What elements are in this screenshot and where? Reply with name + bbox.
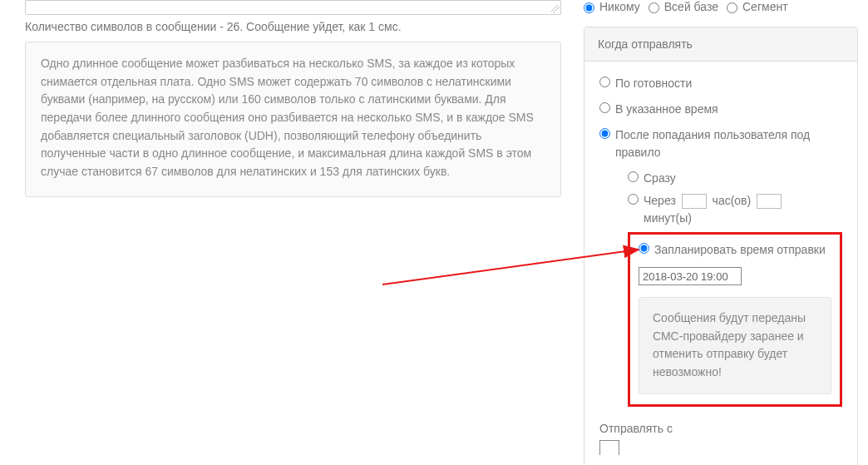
when-after-rule-radio[interactable] [599, 128, 610, 139]
when-after-rule[interactable]: После попадания пользователя под правило [599, 126, 842, 161]
schedule-warning: Сообщения будут переданы СМС-провайдеру … [639, 297, 831, 394]
sub-schedule-radio[interactable] [639, 243, 649, 254]
when-ready-label: По готовности [615, 75, 692, 92]
audience-segment[interactable]: Сегмент [727, 0, 788, 13]
sub-immediately-radio[interactable] [628, 171, 639, 182]
delay-minutes-input[interactable] [757, 194, 782, 209]
sub-immediately-label: Сразу [644, 170, 676, 187]
audience-none-radio[interactable] [584, 2, 594, 13]
when-panel-header: Когда отправлять [584, 27, 857, 62]
audience-segment-radio[interactable] [727, 2, 737, 13]
sub-schedule-label: Запланировать время отправки [654, 241, 826, 259]
when-ready-radio[interactable] [599, 77, 610, 87]
sub-immediately[interactable]: Сразу [628, 170, 842, 187]
after-rule-subgroup: Сразу Через час(ов) минут(ы) [628, 170, 842, 407]
when-ready[interactable]: По готовности [599, 75, 842, 92]
when-at-time[interactable]: В указанное время [599, 101, 842, 118]
when-at-time-label: В указанное время [615, 101, 718, 118]
send-from-input[interactable] [599, 440, 619, 455]
when-after-rule-label: После попадания пользователя под правило [615, 126, 842, 161]
audience-all-label: Всей базе [664, 0, 718, 13]
sub-after-delay[interactable]: Через час(ов) минут(ы) [628, 192, 842, 227]
delay-text-1: Через [644, 194, 676, 207]
delay-text-3: минут(ы) [644, 211, 692, 225]
schedule-highlight: Запланировать время отправки Сообщения б… [628, 232, 842, 407]
delay-hours-input[interactable] [682, 194, 707, 209]
message-textarea[interactable] [25, 0, 561, 15]
schedule-datetime-input[interactable] [639, 267, 742, 285]
when-at-time-radio[interactable] [599, 102, 610, 113]
audience-none-label: Никому [599, 0, 640, 13]
audience-segment-label: Сегмент [742, 0, 788, 13]
audience-all-radio[interactable] [649, 2, 659, 13]
audience-none[interactable]: Никому [584, 0, 640, 13]
when-panel: Когда отправлять По готовности В указанн… [584, 27, 858, 465]
sub-after-delay-radio[interactable] [628, 194, 639, 205]
sub-after-delay-label: Через час(ов) минут(ы) [644, 192, 784, 227]
sub-schedule[interactable]: Запланировать время отправки [639, 241, 831, 259]
char-count-text: Количество символов в сообщении - 26. Со… [25, 20, 561, 33]
send-from-label: Отправлять с [599, 422, 842, 435]
delay-text-2: час(ов) [713, 194, 752, 207]
audience-all[interactable]: Всей базе [649, 0, 718, 13]
resize-handle-icon[interactable] [551, 5, 560, 13]
sms-info-box: Одно длинное сообщение может разбиваться… [25, 42, 561, 197]
audience-row: Никому Всей базе Сегмент [584, 0, 858, 13]
